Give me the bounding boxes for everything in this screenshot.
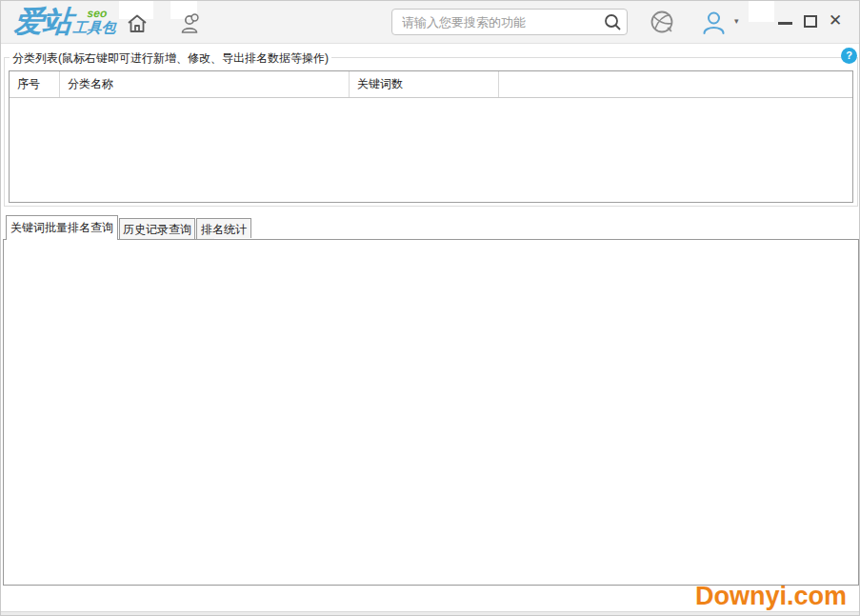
search-icon[interactable] xyxy=(598,13,627,31)
column-header-filler xyxy=(499,71,852,97)
category-table-body[interactable] xyxy=(10,98,852,202)
watermark: Downyi.com xyxy=(695,582,847,611)
tab-keyword-batch-rank-query[interactable]: 关键词批量排名查询 xyxy=(6,215,118,240)
column-header-index[interactable]: 序号 xyxy=(10,71,60,97)
app-window: 爱站 seo 工具包 ▾ ✕ 分类列表 xyxy=(0,0,860,616)
app-logo: 爱站 seo 工具包 xyxy=(13,6,117,38)
column-header-category-name[interactable]: 分类名称 xyxy=(60,71,350,97)
category-table[interactable]: 序号 分类名称 关键词数 xyxy=(9,70,853,203)
search-box xyxy=(391,9,628,35)
category-list-title: 分类列表(鼠标右键即可进行新增、修改、导出排名数据等操作) xyxy=(10,50,331,67)
top-bar: 爱站 seo 工具包 ▾ ✕ xyxy=(1,1,859,44)
globe-icon[interactable] xyxy=(650,10,675,35)
close-button[interactable]: ✕ xyxy=(829,11,842,30)
help-icon[interactable]: ? xyxy=(841,48,857,64)
tab-rank-statistics[interactable]: 排名统计 xyxy=(196,218,251,240)
column-header-keyword-count[interactable]: 关键词数 xyxy=(350,71,499,97)
account-caret-icon[interactable]: ▾ xyxy=(734,16,739,26)
window-bottom-edge xyxy=(1,611,859,615)
minimize-button[interactable] xyxy=(778,22,792,25)
maximize-button[interactable] xyxy=(804,15,817,28)
contact-icon[interactable] xyxy=(177,12,202,35)
logo-text-seo: seo xyxy=(87,8,117,19)
category-table-header: 序号 分类名称 关键词数 xyxy=(10,71,852,98)
tab-panel xyxy=(3,239,859,586)
search-input[interactable] xyxy=(392,15,598,30)
home-icon[interactable] xyxy=(126,13,149,34)
tab-history-query[interactable]: 历史记录查询 xyxy=(119,218,195,240)
account-icon[interactable] xyxy=(700,10,728,35)
logo-text-pkg: 工具包 xyxy=(72,19,116,35)
nav-highlight xyxy=(749,1,774,22)
logo-text-main: 爱站 xyxy=(13,6,72,38)
